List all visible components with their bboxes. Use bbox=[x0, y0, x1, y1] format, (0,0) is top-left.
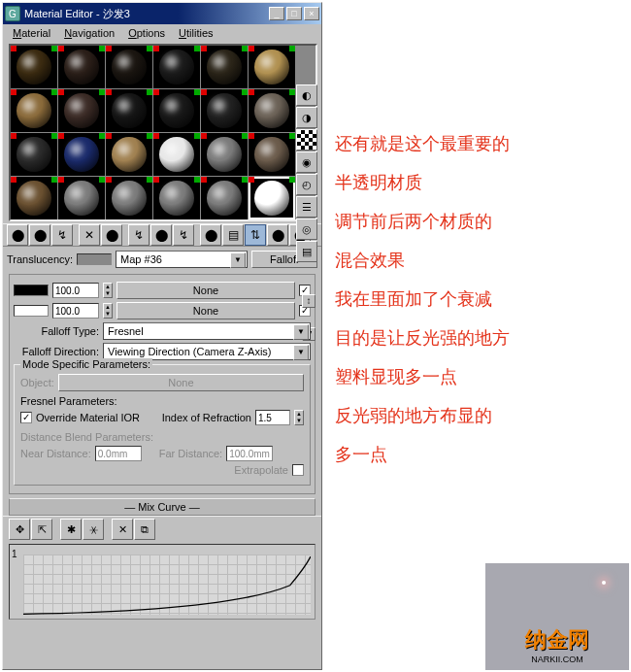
close-button[interactable]: × bbox=[304, 7, 319, 20]
override-ior-checkbox[interactable]: ✓ bbox=[20, 412, 32, 423]
material-slot-9[interactable] bbox=[153, 89, 200, 132]
material-slot-2[interactable] bbox=[106, 46, 152, 88]
material-slot-7[interactable] bbox=[58, 89, 105, 132]
titlebar[interactable]: G Material Editor - 沙发3 _ □ × bbox=[3, 3, 321, 24]
mix-curve-rollout[interactable]: — Mix Curve — bbox=[9, 498, 316, 516]
map-1-button[interactable]: None bbox=[116, 282, 295, 299]
window-title: Material Editor - 沙发3 bbox=[24, 7, 269, 21]
mode-specific-fieldset: Mode Specific Parameters: Object: None F… bbox=[14, 364, 311, 486]
falloff-direction-label: Falloff Direction: bbox=[14, 346, 99, 357]
curve-tool-5[interactable]: ⧉ bbox=[134, 519, 155, 540]
material-slot-5[interactable] bbox=[249, 46, 295, 88]
side-tool-2[interactable] bbox=[296, 129, 317, 151]
amount-1-spinner[interactable]: 100.0 bbox=[52, 283, 99, 298]
amount-2-spinner[interactable]: 100.0 bbox=[52, 303, 99, 319]
side-tool-0[interactable]: ◐ bbox=[296, 84, 317, 106]
horizontal-toolbar: ⬤⬤↯✕⬤↯⬤↯⬤▤⇅⬤⬤ bbox=[3, 223, 321, 247]
extrapolate-checkbox bbox=[292, 464, 304, 476]
material-slot-6[interactable] bbox=[11, 89, 57, 132]
minimize-button[interactable]: _ bbox=[269, 7, 284, 20]
material-slot-18[interactable] bbox=[11, 177, 57, 219]
curve-y-label: 1 bbox=[12, 549, 17, 559]
far-distance-label: Far Distance: bbox=[159, 448, 222, 459]
side-tool-3[interactable]: ◉ bbox=[296, 151, 317, 173]
menubar: Material Navigation Options Utilities bbox=[3, 24, 321, 42]
falloff-slot-1: 100.0 ▲▼ None ✓ bbox=[14, 282, 311, 299]
toolbar-btn-0[interactable]: ⬤ bbox=[7, 224, 28, 246]
mix-curve-line bbox=[23, 554, 311, 616]
curve-tool-4[interactable]: ✕ bbox=[112, 519, 133, 540]
material-slot-15[interactable] bbox=[153, 133, 200, 176]
material-sample-grid bbox=[9, 44, 317, 221]
menu-options[interactable]: Options bbox=[122, 26, 171, 40]
far-distance-spinner: 100.0mm bbox=[226, 446, 273, 461]
near-distance-spinner: 0.0mm bbox=[95, 446, 142, 461]
app-icon: G bbox=[5, 6, 20, 21]
material-slot-17[interactable] bbox=[249, 133, 295, 176]
menu-navigation[interactable]: Navigation bbox=[58, 26, 120, 40]
toolbar-btn-1[interactable]: ⬤ bbox=[29, 224, 50, 246]
material-slot-20[interactable] bbox=[106, 177, 152, 219]
curve-editor[interactable]: 1 bbox=[9, 544, 316, 620]
brand-url: NARKII.COM bbox=[525, 655, 589, 664]
object-label: Object: bbox=[20, 377, 54, 388]
material-slot-4[interactable] bbox=[201, 46, 248, 88]
ior-arrows[interactable]: ▲▼ bbox=[294, 410, 304, 425]
material-slot-22[interactable] bbox=[201, 177, 248, 219]
material-slot-21[interactable] bbox=[153, 177, 200, 219]
toolbar-btn-4[interactable]: ⬤ bbox=[101, 224, 122, 246]
material-slot-14[interactable] bbox=[106, 133, 152, 176]
material-slot-23[interactable] bbox=[249, 177, 295, 219]
material-slot-12[interactable] bbox=[11, 133, 57, 176]
curve-tool-2[interactable]: ✱ bbox=[60, 519, 82, 540]
toolbar-btn-9[interactable]: ▤ bbox=[222, 224, 244, 246]
watermark-logo: 纳金网 NARKII.COM bbox=[485, 563, 629, 670]
ior-label: Index of Refraction bbox=[162, 412, 251, 423]
curve-tool-3[interactable]: ⚹ bbox=[83, 519, 104, 540]
override-ior-label: Override Material IOR bbox=[36, 412, 140, 423]
brand-name: 纳金网 bbox=[525, 627, 589, 652]
curve-tool-1[interactable]: ⇱ bbox=[31, 519, 52, 540]
toolbar-btn-6[interactable]: ⬤ bbox=[150, 224, 172, 246]
material-slot-3[interactable] bbox=[153, 46, 200, 88]
toolbar-btn-11[interactable]: ⬤ bbox=[267, 224, 288, 246]
falloff-type-dropdown[interactable]: Fresnel bbox=[103, 322, 311, 340]
lens-flare-icon bbox=[602, 581, 606, 585]
fresnel-params-label: Fresnel Parameters: bbox=[20, 395, 304, 407]
material-slot-0[interactable] bbox=[11, 46, 57, 88]
toolbar-btn-2[interactable]: ↯ bbox=[51, 224, 73, 246]
maximize-button[interactable]: □ bbox=[286, 7, 302, 20]
curve-tool-0[interactable]: ✥ bbox=[9, 519, 30, 540]
color-1-swatch[interactable] bbox=[14, 285, 49, 296]
color-2-swatch[interactable] bbox=[14, 305, 49, 317]
map-name-dropdown[interactable]: Map #36 bbox=[116, 251, 248, 268]
toolbar-btn-10[interactable]: ⇅ bbox=[245, 224, 266, 246]
translucency-label: Translucency: bbox=[7, 253, 73, 265]
side-tool-5[interactable]: ☰ bbox=[296, 196, 317, 218]
ior-spinner[interactable]: 1.5 bbox=[255, 410, 290, 425]
material-slot-16[interactable] bbox=[201, 133, 248, 176]
menu-utilities[interactable]: Utilities bbox=[173, 26, 218, 40]
map-2-button[interactable]: None bbox=[116, 302, 295, 319]
falloff-slot-2: 100.0 ▲▼ None ✓ bbox=[14, 302, 311, 319]
side-tool-1[interactable]: ◑ bbox=[296, 107, 317, 128]
menu-material[interactable]: Material bbox=[7, 26, 56, 40]
toolbar-btn-7[interactable]: ↯ bbox=[173, 224, 194, 246]
amount-2-arrows[interactable]: ▲▼ bbox=[103, 303, 113, 319]
translucency-swatch[interactable] bbox=[77, 253, 112, 265]
material-slot-1[interactable] bbox=[58, 46, 105, 88]
material-slot-11[interactable] bbox=[249, 89, 295, 132]
toolbar-btn-8[interactable]: ⬤ bbox=[200, 224, 221, 246]
map-name-row: Translucency: Map #36 Falloff bbox=[3, 247, 321, 272]
material-slot-10[interactable] bbox=[201, 89, 248, 132]
swap-colors-button[interactable]: ↕ bbox=[302, 294, 316, 308]
material-slot-13[interactable] bbox=[58, 133, 105, 176]
side-tool-7[interactable]: ▤ bbox=[296, 241, 317, 262]
toolbar-btn-3[interactable]: ✕ bbox=[79, 224, 100, 246]
toolbar-btn-5[interactable]: ↯ bbox=[128, 224, 149, 246]
side-tool-4[interactable]: ◴ bbox=[296, 174, 317, 195]
side-tool-6[interactable]: ◎ bbox=[296, 218, 317, 240]
amount-1-arrows[interactable]: ▲▼ bbox=[103, 283, 113, 298]
material-slot-8[interactable] bbox=[106, 89, 152, 132]
material-slot-19[interactable] bbox=[58, 177, 105, 219]
